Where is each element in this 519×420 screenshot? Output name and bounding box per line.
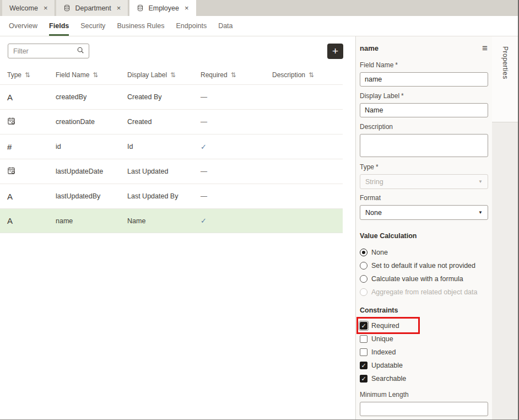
selected-field-title: name [360, 44, 379, 52]
column-header-field-name[interactable]: Field Name ⇅ [56, 71, 127, 79]
radio-row-calculate-formula[interactable]: Calculate value with a formula [360, 275, 488, 283]
cell-display-label: Name [127, 217, 201, 225]
sort-icon[interactable]: ⇅ [93, 71, 98, 79]
required-marker: * [376, 163, 379, 171]
sort-icon[interactable]: ⇅ [170, 71, 176, 79]
format-select[interactable]: None ▼ [360, 205, 488, 220]
table-header-row: Type ⇅ Field Name ⇅ Display Label ⇅ Requ… [0, 66, 343, 84]
close-icon[interactable]: × [185, 4, 189, 12]
fields-toolbar: + [0, 36, 355, 59]
display-label-input[interactable] [360, 103, 488, 117]
minimum-length-input[interactable] [360, 402, 488, 416]
database-icon [137, 4, 144, 12]
content-area: + Type ⇅ Field Name ⇅ Display Label ⇅ [0, 36, 518, 419]
tab-data[interactable]: Data [218, 16, 233, 36]
column-header-required[interactable]: Required ⇅ [201, 71, 272, 79]
required-checkbox[interactable]: ✓ [360, 322, 367, 330]
checkbox-row-updatable[interactable]: ✓ Updatable [360, 362, 488, 369]
radio-row-none[interactable]: None [360, 249, 488, 256]
checkbox-row-required[interactable]: ✓ Required [360, 322, 488, 330]
window-tab-welcome[interactable]: Welcome × [2, 0, 55, 16]
required-check-icon: ✓ [201, 217, 272, 225]
text-type-icon: A [7, 192, 56, 201]
cell-display-label: Created By [127, 93, 201, 101]
table-row-id[interactable]: # id Id ✓ [0, 134, 343, 159]
cell-field-name: id [56, 143, 127, 150]
field-name-input[interactable] [360, 72, 488, 87]
table-row-lastUpdatedBy[interactable]: A lastUpdatedBy Last Updated By — [0, 184, 343, 208]
field-name-label: Field Name* [360, 61, 488, 69]
right-rail: Properties [492, 36, 518, 419]
tab-label: Welcome [9, 4, 38, 12]
tab-business-rules[interactable]: Business Rules [117, 16, 164, 36]
checkbox-row-indexed[interactable]: Indexed [360, 348, 488, 356]
constraints-heading: Constraints [360, 306, 488, 314]
cell-display-label: Last Updated [127, 168, 201, 175]
properties-panel: name ≡ Field Name* Display Label* Descri… [355, 36, 492, 419]
table-row-name[interactable]: A name Name ✓ [0, 208, 343, 233]
cell-field-name: lastUpdateDate [56, 168, 127, 175]
add-field-button[interactable]: + [327, 44, 343, 59]
menu-icon[interactable]: ≡ [482, 45, 488, 52]
value-calculation-heading: Value Calculation [360, 232, 488, 240]
close-icon[interactable]: × [44, 4, 48, 12]
cell-display-label: Id [127, 143, 201, 150]
minimum-length-label: Minimum Length [360, 391, 488, 399]
sort-icon[interactable]: ⇅ [25, 71, 30, 79]
required-marker: * [401, 92, 404, 100]
radio-button [360, 288, 367, 296]
tab-fields[interactable]: Fields [49, 16, 69, 36]
sort-icon[interactable]: ⇅ [309, 71, 314, 79]
datetime-type-icon [7, 117, 56, 127]
fields-panel: + Type ⇅ Field Name ⇅ Display Label ⇅ [0, 36, 355, 419]
tab-label: Employee [148, 4, 179, 12]
format-label: Format [360, 194, 488, 202]
tab-label: Department [75, 4, 111, 12]
table-row-createdBy[interactable]: A createdBy Created By — [0, 84, 343, 109]
table-row-lastUpdateDate[interactable]: lastUpdateDate Last Updated — [0, 159, 343, 184]
cell-field-name: lastUpdatedBy [56, 192, 127, 200]
radio-button[interactable] [360, 249, 367, 256]
column-header-description[interactable]: Description ⇅ [272, 71, 343, 79]
object-nav-bar: Overview Fields Security Business Rules … [0, 16, 518, 36]
cell-display-label: Created [127, 118, 201, 126]
text-type-icon: A [7, 216, 56, 225]
radio-button[interactable] [360, 275, 367, 283]
not-required-dash: — [201, 118, 272, 126]
filter-input-wrap [8, 44, 89, 58]
filter-input[interactable] [13, 47, 77, 55]
indexed-checkbox[interactable] [360, 348, 367, 356]
number-type-icon: # [7, 142, 56, 152]
close-icon[interactable]: × [117, 4, 121, 12]
tab-endpoints[interactable]: Endpoints [176, 16, 207, 36]
app-window: Welcome × Department × Emp [0, 0, 519, 420]
column-header-type[interactable]: Type ⇅ [7, 71, 56, 79]
required-marker: * [395, 61, 398, 69]
required-check-icon: ✓ [201, 143, 272, 151]
radio-button[interactable] [360, 262, 367, 270]
not-required-dash: — [201, 192, 272, 200]
description-input[interactable] [360, 134, 488, 157]
window-tab-department[interactable]: Department × [56, 0, 128, 16]
searchable-checkbox[interactable]: ✓ [360, 375, 367, 383]
chevron-down-icon: ▼ [478, 179, 483, 184]
datetime-type-icon [7, 166, 56, 176]
cell-field-name: creationDate [56, 118, 127, 126]
checkbox-row-searchable[interactable]: ✓ Searchable [360, 375, 488, 383]
unique-checkbox[interactable] [360, 335, 367, 343]
updatable-checkbox[interactable]: ✓ [360, 362, 367, 369]
sort-icon[interactable]: ⇅ [231, 71, 236, 79]
column-header-display-label[interactable]: Display Label ⇅ [127, 71, 201, 79]
window-tab-employee[interactable]: Employee × [129, 0, 196, 16]
radio-row-set-default[interactable]: Set to default if value not provided [360, 262, 488, 270]
search-icon [77, 46, 84, 56]
checkbox-row-unique[interactable]: Unique [360, 335, 488, 343]
chevron-down-icon: ▼ [478, 210, 483, 215]
window-tab-bar: Welcome × Department × Emp [0, 0, 518, 16]
tab-overview[interactable]: Overview [9, 16, 37, 36]
table-row-creationDate[interactable]: creationDate Created — [0, 109, 343, 134]
properties-header: name ≡ [360, 43, 488, 52]
properties-rail-tab[interactable]: Properties [492, 36, 518, 122]
text-type-icon: A [7, 93, 56, 102]
tab-security[interactable]: Security [80, 16, 105, 36]
